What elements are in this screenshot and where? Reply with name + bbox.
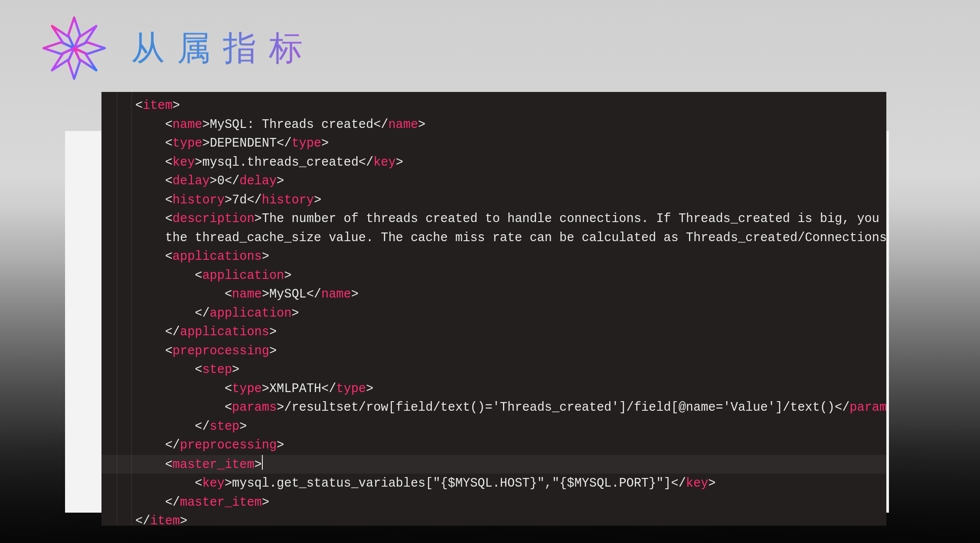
xml-text (135, 306, 195, 321)
code-line[interactable]: <type>DEPENDENT</type> (135, 134, 882, 153)
xml-tag: type (291, 136, 321, 150)
xml-punct: > (418, 118, 425, 132)
xml-text (135, 118, 165, 132)
code-line[interactable]: <master_item> (135, 455, 882, 474)
code-line[interactable]: the thread_cache_size value. The cache m… (135, 229, 882, 248)
xml-text: XMLPATH (269, 382, 321, 396)
xml-punct: < (165, 136, 173, 150)
xml-punct: </ (307, 287, 321, 301)
xml-tag: master_item (180, 495, 262, 510)
xml-text (135, 382, 225, 396)
xml-punct: < (225, 382, 232, 396)
xml-tag: key (173, 155, 195, 170)
xml-tag: params (849, 400, 886, 415)
code-line[interactable]: <type>XMLPATH</type> (135, 379, 882, 399)
xml-tag: params (232, 400, 277, 415)
xml-text (135, 268, 195, 283)
xml-text (135, 363, 195, 377)
code-editor[interactable]: <item> <name>MySQL: Threads created</nam… (101, 92, 886, 526)
xml-punct: < (165, 344, 173, 358)
xml-tag: type (336, 382, 366, 396)
xml-text: 7d (232, 193, 247, 207)
code-content[interactable]: <item> <name>MySQL: Threads created</nam… (101, 92, 886, 526)
xml-tag: name (321, 287, 351, 301)
code-line[interactable]: <step> (135, 360, 882, 379)
code-line[interactable]: <item> (135, 96, 882, 115)
code-line[interactable]: </item> (135, 512, 882, 526)
xml-tag: key (686, 476, 708, 491)
code-line[interactable]: <applications> (135, 247, 882, 266)
xml-text: /resultset/row[field/text()='Threads_cre… (284, 400, 835, 415)
xml-punct: </ (321, 382, 336, 396)
xml-text: 0 (217, 174, 225, 188)
xml-text (135, 193, 165, 207)
code-line[interactable]: </preprocessing> (135, 436, 882, 455)
xml-tag: type (232, 382, 262, 396)
code-line[interactable]: <delay>0</delay> (135, 172, 882, 191)
xml-tag: name (173, 118, 203, 132)
xml-tag: step (210, 419, 240, 434)
code-line[interactable]: </application> (135, 304, 882, 323)
xml-punct: > (262, 495, 269, 510)
xml-punct: > (351, 287, 359, 301)
slide-title: 从属指标 (131, 26, 315, 71)
svg-marker-2 (44, 43, 75, 54)
xml-text (135, 287, 225, 301)
xml-punct: > (262, 382, 269, 396)
xml-punct: > (173, 98, 180, 113)
xml-punct: > (291, 306, 299, 321)
xml-text (135, 458, 165, 472)
xml-tag: name (232, 287, 262, 301)
xml-punct: > (708, 476, 715, 491)
xml-punct: </ (165, 325, 180, 339)
xml-punct: </ (195, 306, 209, 321)
xml-punct: < (195, 363, 202, 377)
code-line[interactable]: <name>MySQL</name> (135, 285, 882, 304)
svg-marker-0 (69, 18, 80, 49)
code-line[interactable]: <params>/resultset/row[field/text()='Thr… (135, 398, 882, 417)
xml-text: the thread_cache_size value. The cache m… (135, 231, 886, 245)
code-line[interactable]: <preprocessing> (135, 342, 882, 361)
code-line[interactable]: </step> (135, 417, 882, 436)
xml-punct: < (165, 249, 173, 264)
xml-tag: history (173, 193, 225, 207)
xml-punct: </ (277, 136, 291, 150)
xml-tag: delay (173, 174, 210, 188)
code-line[interactable]: </master_item> (135, 493, 882, 512)
xml-punct: </ (225, 174, 239, 188)
xml-punct: > (262, 249, 269, 264)
xml-punct: < (165, 193, 173, 207)
xml-punct: < (165, 174, 173, 188)
code-line[interactable]: <history>7d</history> (135, 191, 882, 210)
xml-tag: master_item (173, 458, 255, 472)
code-line[interactable]: <key>mysql.get_status_variables["{$MYSQL… (135, 474, 882, 493)
xml-text (135, 495, 165, 510)
xml-tag: item (150, 514, 180, 526)
xml-punct: </ (671, 476, 686, 491)
xml-text: The number of threads created to handle … (262, 212, 886, 226)
xml-punct: </ (165, 495, 180, 510)
xml-punct: > (210, 174, 217, 188)
code-line[interactable]: <description>The number of threads creat… (135, 209, 882, 229)
xml-punct: </ (195, 419, 209, 434)
xml-tag: key (373, 155, 395, 170)
xml-punct: < (165, 118, 173, 132)
xml-punct: < (195, 476, 202, 491)
code-line[interactable]: <name>MySQL: Threads created</name> (135, 115, 882, 134)
xml-punct: > (277, 400, 284, 415)
xml-punct: > (269, 325, 277, 339)
xml-text (135, 212, 165, 226)
xml-punct: > (180, 514, 187, 526)
xml-punct: > (255, 212, 262, 226)
xml-punct: > (195, 155, 202, 170)
svg-marker-1 (69, 48, 80, 79)
code-line[interactable]: <application> (135, 266, 882, 285)
code-line[interactable]: <key>mysql.threads_created</key> (135, 153, 882, 172)
xml-text (135, 325, 165, 339)
code-line[interactable]: </applications> (135, 323, 882, 342)
xml-text (135, 136, 165, 150)
xml-punct: > (202, 136, 209, 150)
xml-punct: < (135, 98, 143, 113)
xml-punct: </ (359, 155, 373, 170)
xml-punct: > (255, 458, 262, 472)
